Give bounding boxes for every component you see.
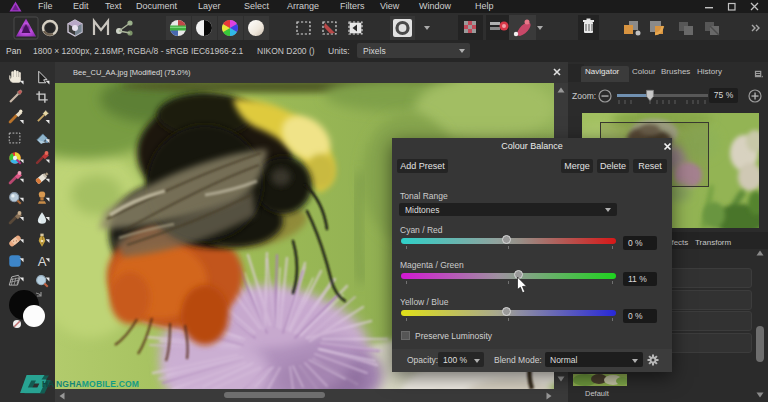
svg-text:A: A	[38, 254, 47, 269]
